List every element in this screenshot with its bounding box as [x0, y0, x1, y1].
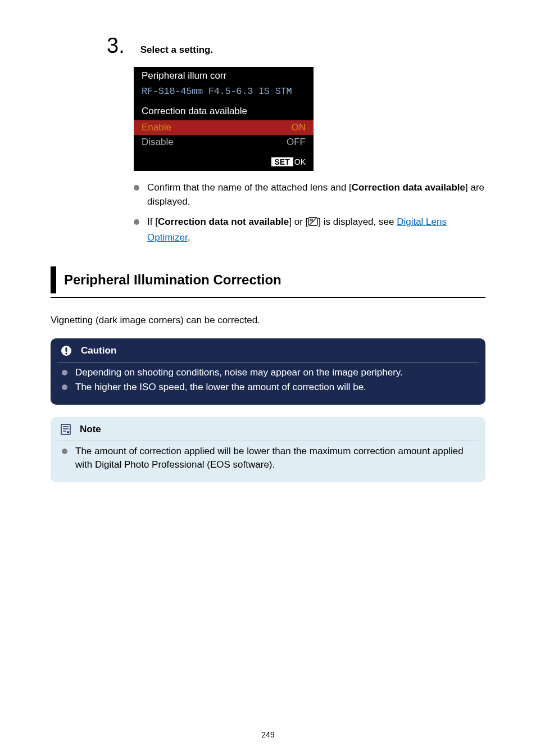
section-bar: [51, 266, 56, 293]
note-text: The amount of correction applied will be…: [75, 445, 474, 472]
set-badge: SET: [271, 157, 293, 166]
option-value: ON: [292, 122, 306, 133]
section-rule: [51, 297, 485, 298]
step-title: Select a setting.: [140, 44, 213, 56]
note-title: Note: [80, 424, 101, 435]
camera-screen: Peripheral illum corr RF-S18-45mm F4.5-6…: [134, 67, 314, 171]
camera-option-enable: Enable ON: [134, 120, 314, 135]
note-bullet: The amount of correction applied will be…: [62, 445, 474, 472]
text-fragment: ] or [: [289, 216, 308, 227]
caution-callout: Caution Depending on shooting conditions…: [51, 338, 485, 405]
svg-rect-6: [61, 424, 70, 434]
caution-text: Depending on shooting conditions, noise …: [75, 366, 403, 380]
bullet-dot-icon: [62, 384, 67, 390]
caution-bullet: The higher the ISO speed, the lower the …: [62, 381, 474, 395]
text-bold: Correction data available: [352, 182, 465, 193]
text-fragment: ] is displayed, see: [318, 216, 397, 227]
camera-lens: RF-S18-45mm F4.5-6.3 IS STM: [134, 84, 314, 102]
note-icon: [61, 424, 71, 435]
text-fragment: If [: [147, 216, 158, 227]
step-number: 3.: [107, 34, 125, 58]
caution-header: Caution: [51, 338, 485, 362]
svg-rect-4: [65, 347, 67, 352]
section-heading-wrap: Peripheral Illumination Correction: [51, 266, 485, 293]
section-heading: Peripheral Illumination Correction: [56, 266, 281, 293]
bullet-dot-icon: [62, 449, 67, 454]
bullet-dot-icon: [134, 185, 139, 191]
page-number: 249: [0, 730, 536, 739]
caution-bullet: Depending on shooting conditions, noise …: [62, 366, 474, 380]
caution-body: Depending on shooting conditions, noise …: [51, 363, 485, 405]
caution-title: Caution: [81, 345, 116, 356]
ok-text: OK: [294, 157, 306, 166]
note-body: The amount of correction applied will be…: [51, 441, 485, 482]
caution-text: The higher the ISO speed, the lower the …: [75, 381, 366, 395]
note-header: Note: [51, 417, 485, 441]
text-fragment: Confirm that the name of the attached le…: [147, 182, 352, 193]
no-lens-data-icon: [308, 216, 318, 231]
bullet-text: Confirm that the name of the attached le…: [147, 181, 485, 209]
bullet-item: Confirm that the name of the attached le…: [134, 181, 485, 209]
option-value: OFF: [287, 137, 306, 148]
text-bold: Correction data not available: [158, 216, 289, 227]
option-label: Disable: [142, 137, 174, 148]
camera-title: Peripheral illum corr: [134, 67, 314, 84]
bullet-text: If [Correction data not available] or []…: [147, 215, 485, 245]
option-label: Enable: [142, 122, 171, 133]
svg-point-10: [67, 431, 69, 433]
camera-footer: SETOK: [134, 150, 314, 171]
step-row: 3. Select a setting.: [107, 34, 485, 58]
camera-option-disable: Disable OFF: [134, 135, 314, 150]
svg-point-5: [65, 352, 67, 354]
bullet-dot-icon: [62, 370, 67, 375]
caution-icon: [61, 345, 72, 356]
text-fragment: .: [188, 232, 190, 243]
svg-rect-2: [310, 219, 312, 221]
step-bullets: Confirm that the name of the attached le…: [134, 181, 485, 245]
note-callout: Note The amount of correction applied wi…: [51, 417, 485, 482]
camera-status: Correction data available: [134, 102, 314, 120]
bullet-dot-icon: [134, 219, 139, 225]
body-text: Vignetting (dark image corners) can be c…: [51, 315, 485, 326]
bullet-item: If [Correction data not available] or []…: [134, 215, 485, 245]
